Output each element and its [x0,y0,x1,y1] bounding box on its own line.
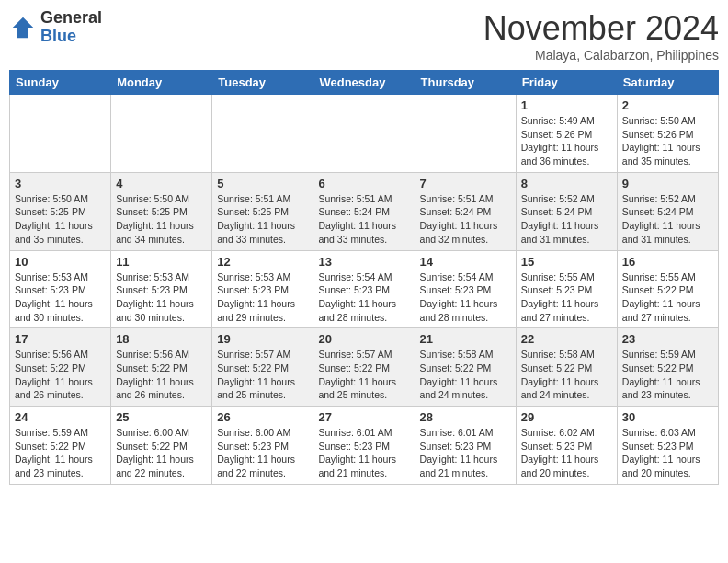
calendar-cell: 11Sunrise: 5:53 AMSunset: 5:23 PMDayligh… [111,250,212,328]
day-number: 22 [521,332,612,346]
day-info: Sunrise: 5:50 AMSunset: 5:25 PMDaylight:… [116,192,207,247]
day-number: 6 [318,177,409,190]
day-number: 10 [15,255,106,269]
calendar-cell: 21Sunrise: 5:58 AMSunset: 5:22 PMDayligh… [415,328,516,407]
calendar-cell [313,95,415,173]
day-info: Sunrise: 5:51 AMSunset: 5:25 PMDaylight:… [217,192,308,247]
day-info: Sunrise: 6:00 AMSunset: 5:22 PMDaylight:… [116,426,207,480]
calendar-cell: 25Sunrise: 6:00 AMSunset: 5:22 PMDayligh… [111,407,212,485]
logo-blue: Blue [40,27,76,45]
calendar-cell: 20Sunrise: 5:57 AMSunset: 5:22 PMDayligh… [313,328,415,407]
day-number: 21 [420,332,511,346]
calendar-cell [10,95,111,173]
day-number: 11 [116,255,207,269]
calendar-cell [212,95,313,173]
day-info: Sunrise: 5:55 AMSunset: 5:22 PMDaylight:… [622,270,713,325]
day-number: 1 [521,98,612,112]
calendar-header-tuesday: Tuesday [212,71,313,95]
month-title: November 2024 [483,9,719,48]
day-info: Sunrise: 5:54 AMSunset: 5:23 PMDaylight:… [420,270,511,325]
calendar-cell: 7Sunrise: 5:51 AMSunset: 5:24 PMDaylight… [415,172,516,250]
day-info: Sunrise: 6:01 AMSunset: 5:23 PMDaylight:… [318,426,409,480]
calendar-cell: 16Sunrise: 5:55 AMSunset: 5:22 PMDayligh… [617,250,718,328]
day-info: Sunrise: 5:50 AMSunset: 5:26 PMDaylight:… [622,114,713,168]
day-info: Sunrise: 5:52 AMSunset: 5:24 PMDaylight:… [622,192,713,247]
logo-text: General Blue [40,9,102,46]
calendar-header-saturday: Saturday [617,71,718,95]
day-info: Sunrise: 5:53 AMSunset: 5:23 PMDaylight:… [15,270,106,325]
day-number: 14 [420,255,511,269]
day-number: 19 [217,332,308,346]
day-number: 16 [622,255,713,269]
calendar-cell: 5Sunrise: 5:51 AMSunset: 5:25 PMDaylight… [212,172,313,250]
calendar-cell: 10Sunrise: 5:53 AMSunset: 5:23 PMDayligh… [10,250,111,328]
day-info: Sunrise: 6:02 AMSunset: 5:23 PMDaylight:… [521,426,612,480]
day-number: 8 [521,177,612,190]
calendar-cell [415,95,516,173]
day-number: 18 [116,332,207,346]
calendar-cell: 27Sunrise: 6:01 AMSunset: 5:23 PMDayligh… [313,407,415,485]
calendar-cell: 3Sunrise: 5:50 AMSunset: 5:25 PMDaylight… [10,172,111,250]
day-info: Sunrise: 5:49 AMSunset: 5:26 PMDaylight:… [521,114,612,168]
day-info: Sunrise: 5:56 AMSunset: 5:22 PMDaylight:… [116,348,207,402]
day-info: Sunrise: 5:58 AMSunset: 5:22 PMDaylight:… [521,348,612,402]
calendar-cell: 1Sunrise: 5:49 AMSunset: 5:26 PMDaylight… [516,95,617,173]
day-info: Sunrise: 5:57 AMSunset: 5:22 PMDaylight:… [217,348,308,402]
day-number: 30 [622,410,713,424]
calendar-week-3: 10Sunrise: 5:53 AMSunset: 5:23 PMDayligh… [10,250,719,328]
day-number: 3 [15,177,106,190]
calendar-cell: 15Sunrise: 5:55 AMSunset: 5:23 PMDayligh… [516,250,617,328]
svg-marker-0 [13,17,34,39]
calendar-header-row: SundayMondayTuesdayWednesdayThursdayFrid… [10,71,719,95]
location: Malaya, Calabarzon, Philippines [483,48,719,63]
day-info: Sunrise: 5:50 AMSunset: 5:25 PMDaylight:… [15,192,106,247]
calendar-header-sunday: Sunday [10,71,111,95]
calendar-header-friday: Friday [516,71,617,95]
calendar-cell: 23Sunrise: 5:59 AMSunset: 5:22 PMDayligh… [617,328,718,407]
day-number: 12 [217,255,308,269]
calendar-cell: 19Sunrise: 5:57 AMSunset: 5:22 PMDayligh… [212,328,313,407]
day-number: 26 [217,410,308,424]
day-number: 23 [622,332,713,346]
calendar-cell: 13Sunrise: 5:54 AMSunset: 5:23 PMDayligh… [313,250,415,328]
calendar-cell: 14Sunrise: 5:54 AMSunset: 5:23 PMDayligh… [415,250,516,328]
logo: General Blue [9,9,102,46]
day-number: 25 [116,410,207,424]
day-info: Sunrise: 5:59 AMSunset: 5:22 PMDaylight:… [15,426,106,480]
calendar-cell: 4Sunrise: 5:50 AMSunset: 5:25 PMDaylight… [111,172,212,250]
calendar-cell: 28Sunrise: 6:01 AMSunset: 5:23 PMDayligh… [415,407,516,485]
day-number: 15 [521,255,612,269]
calendar-body: 1Sunrise: 5:49 AMSunset: 5:26 PMDaylight… [10,95,719,485]
calendar-cell: 26Sunrise: 6:00 AMSunset: 5:23 PMDayligh… [212,407,313,485]
day-number: 29 [521,410,612,424]
day-number: 7 [420,177,511,190]
day-info: Sunrise: 6:00 AMSunset: 5:23 PMDaylight:… [217,426,308,480]
day-number: 2 [622,98,713,112]
day-info: Sunrise: 5:52 AMSunset: 5:24 PMDaylight:… [521,192,612,247]
day-number: 28 [420,410,511,424]
calendar-week-5: 24Sunrise: 5:59 AMSunset: 5:22 PMDayligh… [10,407,719,485]
day-info: Sunrise: 6:01 AMSunset: 5:23 PMDaylight:… [420,426,511,480]
calendar-cell: 12Sunrise: 5:53 AMSunset: 5:23 PMDayligh… [212,250,313,328]
day-info: Sunrise: 5:53 AMSunset: 5:23 PMDaylight:… [116,270,207,325]
calendar-week-2: 3Sunrise: 5:50 AMSunset: 5:25 PMDaylight… [10,172,719,250]
day-number: 4 [116,177,207,190]
page-header: General Blue November 2024 Malaya, Calab… [9,9,719,63]
day-info: Sunrise: 5:56 AMSunset: 5:22 PMDaylight:… [15,348,106,402]
calendar-cell [111,95,212,173]
calendar-header-thursday: Thursday [415,71,516,95]
calendar-cell: 9Sunrise: 5:52 AMSunset: 5:24 PMDaylight… [617,172,718,250]
calendar-cell: 29Sunrise: 6:02 AMSunset: 5:23 PMDayligh… [516,407,617,485]
calendar-header-monday: Monday [111,71,212,95]
day-info: Sunrise: 5:57 AMSunset: 5:22 PMDaylight:… [318,348,409,402]
calendar-week-1: 1Sunrise: 5:49 AMSunset: 5:26 PMDaylight… [10,95,719,173]
day-info: Sunrise: 5:54 AMSunset: 5:23 PMDaylight:… [318,270,409,325]
day-info: Sunrise: 5:55 AMSunset: 5:23 PMDaylight:… [521,270,612,325]
calendar-cell: 24Sunrise: 5:59 AMSunset: 5:22 PMDayligh… [10,407,111,485]
day-number: 27 [318,410,409,424]
calendar-week-4: 17Sunrise: 5:56 AMSunset: 5:22 PMDayligh… [10,328,719,407]
calendar-cell: 6Sunrise: 5:51 AMSunset: 5:24 PMDaylight… [313,172,415,250]
logo-icon [9,14,37,41]
day-info: Sunrise: 6:03 AMSunset: 5:23 PMDaylight:… [622,426,713,480]
day-info: Sunrise: 5:51 AMSunset: 5:24 PMDaylight:… [318,192,409,247]
